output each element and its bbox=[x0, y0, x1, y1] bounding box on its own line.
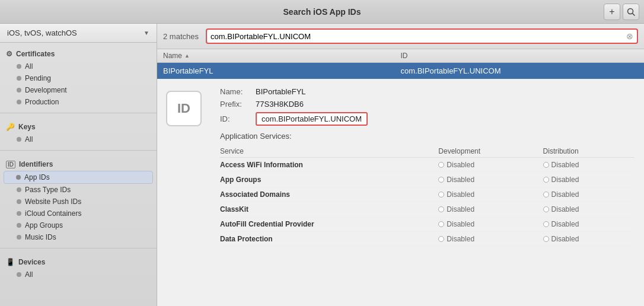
match-number: 2 bbox=[163, 32, 167, 41]
detail-icon-area: ID bbox=[157, 79, 211, 306]
icloud-containers-label: iCloud Containers bbox=[25, 209, 151, 218]
service-dev: Disabled bbox=[438, 217, 543, 232]
sidebar-item-certificates-pending[interactable]: Pending bbox=[0, 72, 157, 84]
detail-panel: ID Name: BIPortableFYL Prefix: 77S3H8KDB… bbox=[157, 79, 644, 306]
app-id-icon: ID bbox=[166, 91, 202, 126]
row-id: com.BIPortableFYL.UNICOM bbox=[401, 66, 639, 75]
sidebar-item-app-ids[interactable]: App IDs bbox=[4, 171, 153, 184]
dot-icon bbox=[17, 187, 21, 192]
sidebar-section-certificates: ⚙ Certificates All Pending Development P… bbox=[0, 43, 157, 110]
content-area: 2 matches ⊗ Name ▲ ID BIPortableFYL com.… bbox=[157, 24, 644, 306]
search-box[interactable]: ⊗ bbox=[206, 28, 638, 44]
sidebar-item-website-push-ids[interactable]: Website Push IDs bbox=[0, 196, 157, 208]
dot-icon bbox=[17, 88, 21, 93]
distribution-col-header: Distribution bbox=[543, 145, 635, 158]
dot-icon bbox=[17, 223, 21, 228]
devices-icon: 📱 bbox=[6, 258, 15, 266]
main-layout: iOS, tvOS, watchOS ▼ ⚙ Certificates All … bbox=[0, 24, 644, 306]
search-row: 2 matches ⊗ bbox=[157, 24, 644, 49]
sidebar-item-pass-type-ids[interactable]: Pass Type IDs bbox=[0, 184, 157, 196]
service-dist: Disabled bbox=[543, 187, 635, 202]
service-dist: Disabled bbox=[543, 158, 635, 173]
name-value: BIPortableFYL bbox=[256, 87, 306, 96]
service-dev: Disabled bbox=[438, 187, 543, 202]
devices-header: 📱 Devices bbox=[0, 256, 157, 269]
divider-2 bbox=[0, 150, 157, 151]
services-table: Service Development Distribution Access … bbox=[220, 145, 635, 247]
platform-selector[interactable]: iOS, tvOS, watchOS ▼ bbox=[0, 24, 157, 43]
certificates-header: ⚙ Certificates bbox=[0, 47, 157, 60]
sort-arrow-icon: ▲ bbox=[184, 53, 190, 59]
divider-3 bbox=[0, 248, 157, 248]
service-dev: Disabled bbox=[438, 158, 543, 173]
sidebar-item-keys-all[interactable]: All bbox=[0, 133, 157, 145]
app-services-title: Application Services: bbox=[220, 132, 635, 141]
dot-icon bbox=[17, 211, 21, 216]
sidebar-item-devices-all[interactable]: All bbox=[0, 269, 157, 280]
top-bar: Search iOS App IDs + bbox=[0, 0, 644, 24]
service-row: Associated DomainsDisabledDisabled bbox=[220, 187, 635, 202]
sidebar-item-certificates-development[interactable]: Development bbox=[0, 84, 157, 96]
row-name: BIPortableFYL bbox=[163, 66, 401, 75]
service-name: AutoFill Credential Provider bbox=[220, 217, 438, 232]
search-input[interactable] bbox=[211, 32, 626, 41]
service-dist: Disabled bbox=[543, 202, 635, 217]
column-id-label: ID bbox=[401, 52, 408, 60]
column-name: Name ▲ bbox=[163, 52, 401, 60]
service-name: ClassKit bbox=[220, 202, 438, 217]
column-name-label: Name bbox=[163, 52, 182, 60]
sidebar-item-certificates-all[interactable]: All bbox=[0, 60, 157, 72]
service-col-header: Service bbox=[220, 145, 438, 158]
identifiers-icon: ID bbox=[6, 161, 15, 168]
development-col-header: Development bbox=[438, 145, 543, 158]
svg-line-1 bbox=[633, 13, 635, 15]
music-ids-label: Music IDs bbox=[25, 233, 151, 241]
name-row: Name: BIPortableFYL bbox=[220, 87, 635, 96]
dot-icon bbox=[17, 100, 21, 104]
app-ids-label: App IDs bbox=[24, 173, 148, 181]
service-row: App GroupsDisabledDisabled bbox=[220, 173, 635, 187]
service-row: Data ProtectionDisabledDisabled bbox=[220, 232, 635, 247]
identifiers-label: Identifiers bbox=[19, 160, 53, 168]
keys-label: Keys bbox=[18, 123, 36, 131]
dot-icon bbox=[17, 76, 21, 81]
table-header: Name ▲ ID bbox=[157, 49, 644, 63]
table-row[interactable]: BIPortableFYL com.BIPortableFYL.UNICOM bbox=[157, 63, 644, 79]
sidebar-item-music-ids[interactable]: Music IDs bbox=[0, 231, 157, 243]
service-dev: Disabled bbox=[438, 202, 543, 217]
sidebar: iOS, tvOS, watchOS ▼ ⚙ Certificates All … bbox=[0, 24, 157, 306]
detail-info: Name: BIPortableFYL Prefix: 77S3H8KDB6 I… bbox=[211, 79, 644, 306]
sidebar-section-keys: 🔑 Keys All bbox=[0, 116, 157, 148]
prefix-label: Prefix: bbox=[220, 100, 256, 109]
sidebar-item-icloud-containers[interactable]: iCloud Containers bbox=[0, 208, 157, 219]
match-suffix-text: matches bbox=[170, 32, 199, 41]
sidebar-item-certificates-production[interactable]: Production bbox=[0, 96, 157, 108]
service-dist: Disabled bbox=[543, 217, 635, 232]
dot-icon bbox=[17, 137, 21, 142]
certificates-all-label: All bbox=[25, 62, 151, 71]
identifiers-header: ID Identifiers bbox=[0, 158, 157, 171]
search-button[interactable] bbox=[623, 4, 639, 20]
top-bar-actions: + bbox=[604, 4, 639, 20]
dot-icon bbox=[16, 175, 21, 180]
sidebar-section-devices: 📱 Devices All bbox=[0, 251, 157, 283]
dot-icon bbox=[17, 272, 21, 277]
add-button[interactable]: + bbox=[604, 4, 620, 20]
app-groups-label: App Groups bbox=[25, 221, 151, 230]
service-name: Associated Domains bbox=[220, 187, 438, 202]
devices-all-label: All bbox=[25, 270, 151, 279]
id-label: ID: bbox=[220, 114, 256, 123]
sidebar-item-app-groups[interactable]: App Groups bbox=[0, 219, 157, 231]
certificates-development-label: Development bbox=[25, 86, 151, 94]
keys-header: 🔑 Keys bbox=[0, 120, 157, 133]
page-title: Search iOS App IDs bbox=[283, 7, 361, 17]
dot-icon bbox=[17, 199, 21, 204]
column-id: ID bbox=[401, 52, 639, 60]
service-dev: Disabled bbox=[438, 173, 543, 187]
certificates-pending-label: Pending bbox=[25, 74, 151, 82]
certificates-icon: ⚙ bbox=[6, 50, 12, 58]
certificates-label: Certificates bbox=[16, 50, 55, 58]
search-clear-icon[interactable]: ⊗ bbox=[626, 31, 633, 41]
prefix-value: 77S3H8KDB6 bbox=[256, 100, 304, 109]
service-name: App Groups bbox=[220, 173, 438, 187]
